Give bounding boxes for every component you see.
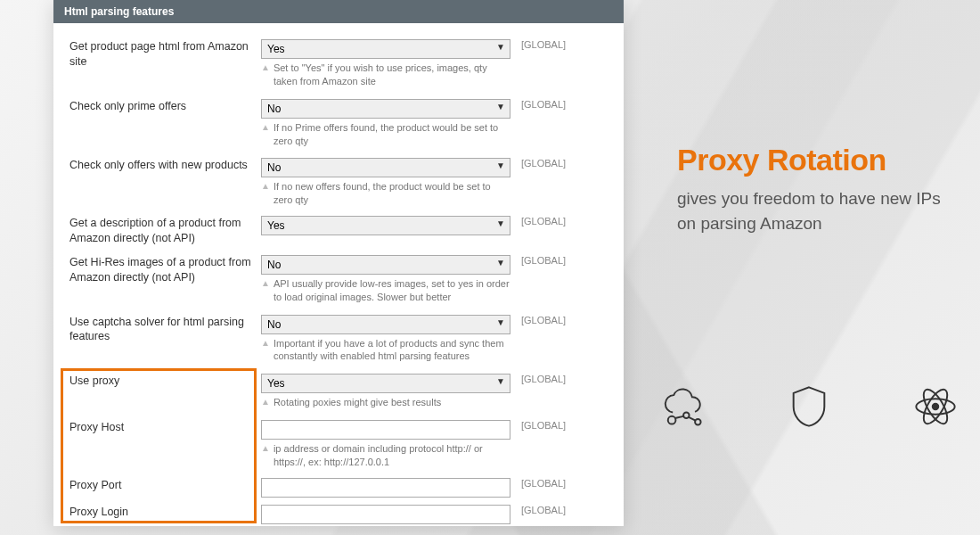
field-row: Proxy Port[GLOBAL] <box>69 474 608 501</box>
atom-icon <box>912 383 959 430</box>
select-wrap: No <box>261 99 510 119</box>
field-label: Use captcha solver for html parsing feat… <box>69 315 261 364</box>
field-hint: ▲Important if you have a lot of products… <box>261 337 510 364</box>
hint-text: Set to "Yes" if you wish to use prices, … <box>274 62 510 88</box>
field-select[interactable]: No <box>261 99 510 119</box>
hint-triangle-icon: ▲ <box>261 277 270 304</box>
scope-label: [GLOBAL] <box>510 505 582 524</box>
panel-body: Get product page html from Amazon siteYe… <box>53 23 624 528</box>
field-hint: ▲Rotating poxies might give best results <box>261 396 510 409</box>
field-select[interactable]: Yes <box>261 216 510 235</box>
promo-subtitle: gives you freedom to have new IPs on par… <box>677 186 962 235</box>
hint-text: Important if you have a lot of products … <box>274 337 510 364</box>
field-row: Get a description of a product from Amaz… <box>69 212 608 250</box>
field-row: Check only prime offersNo▲If no Prime of… <box>69 94 608 153</box>
field-row: Use captcha solver for html parsing feat… <box>69 309 608 369</box>
scope-label: [GLOBAL] <box>510 374 582 409</box>
hint-text: If no new offers found, the product woul… <box>274 180 510 207</box>
field-row: Check only offers with new productsNo▲If… <box>69 152 608 212</box>
settings-panel: Html parsing features Get product page h… <box>53 0 624 526</box>
svg-point-0 <box>668 416 676 424</box>
shield-icon <box>786 383 832 430</box>
hint-text: API usually provide low-res images, set … <box>274 277 510 304</box>
svg-point-1 <box>683 413 690 419</box>
panel-header: Html parsing features <box>53 0 624 23</box>
field-input[interactable] <box>261 505 510 524</box>
field-hint: ▲If no new offers found, the product wou… <box>261 180 510 207</box>
field-control: ▲ip address or domain including protocol… <box>261 420 510 469</box>
hint-triangle-icon: ▲ <box>261 121 270 148</box>
hint-text: If no Prime offers found, the product wo… <box>274 121 510 148</box>
field-row: Proxy Login[GLOBAL] <box>69 501 608 528</box>
scope-label: [GLOBAL] <box>510 420 582 469</box>
field-label: Check only offers with new products <box>69 158 261 207</box>
field-row: Proxy Host▲ip address or domain includin… <box>69 415 608 474</box>
field-label: Check only prime offers <box>69 99 261 148</box>
scope-label: [GLOBAL] <box>510 99 582 148</box>
field-control: No▲API usually provide low-res images, s… <box>261 255 510 304</box>
field-label: Use proxy <box>69 374 261 409</box>
field-row: Get product page html from Amazon siteYe… <box>69 34 608 94</box>
scope-label: [GLOBAL] <box>510 478 582 498</box>
field-label: Get product page html from Amazon site <box>69 39 261 88</box>
select-wrap: No <box>261 255 510 275</box>
field-control <box>261 505 510 524</box>
field-select[interactable]: No <box>261 158 510 177</box>
field-hint: ▲API usually provide low-res images, set… <box>261 277 510 304</box>
select-wrap: No <box>261 158 510 177</box>
promo-icons-row <box>659 383 959 430</box>
field-row: Use proxyYes▲Rotating poxies might give … <box>69 368 608 415</box>
field-hint: ▲ip address or domain including protocol… <box>261 442 510 469</box>
field-row: Get Hi-Res images of a product from Amaz… <box>69 250 608 309</box>
scope-label: [GLOBAL] <box>510 39 582 88</box>
cloud-network-icon <box>659 383 706 430</box>
field-control: Yes▲Set to "Yes" if you wish to use pric… <box>261 39 510 88</box>
select-wrap: No <box>261 315 510 334</box>
promo-block: Proxy Rotation gives you freedom to have… <box>677 143 962 235</box>
svg-point-2 <box>695 419 701 425</box>
field-select[interactable]: Yes <box>261 374 510 393</box>
field-input[interactable] <box>261 478 510 498</box>
field-input[interactable] <box>261 420 510 440</box>
hint-triangle-icon: ▲ <box>261 396 270 409</box>
field-select[interactable]: No <box>261 315 510 334</box>
promo-title: Proxy Rotation <box>677 143 962 177</box>
hint-triangle-icon: ▲ <box>261 442 270 469</box>
select-wrap: Yes <box>261 374 510 393</box>
svg-line-4 <box>689 417 696 421</box>
hint-triangle-icon: ▲ <box>261 337 270 364</box>
hint-text: Rotating poxies might give best results <box>274 396 441 409</box>
field-label: Get a description of a product from Amaz… <box>69 216 261 246</box>
select-wrap: Yes <box>261 39 510 59</box>
select-wrap: Yes <box>261 216 510 235</box>
scope-label: [GLOBAL] <box>510 216 582 246</box>
field-control <box>261 478 510 498</box>
scope-label: [GLOBAL] <box>510 158 582 207</box>
field-label: Proxy Login <box>69 505 261 524</box>
field-control: Yes▲Rotating poxies might give best resu… <box>261 374 510 409</box>
hint-text: ip address or domain including protocol … <box>274 442 510 469</box>
field-control: No▲Important if you have a lot of produc… <box>261 315 510 364</box>
field-label: Proxy Port <box>69 478 261 498</box>
field-label: Get Hi-Res images of a product from Amaz… <box>69 255 261 304</box>
field-control: No▲If no new offers found, the product w… <box>261 158 510 207</box>
scope-label: [GLOBAL] <box>510 255 582 304</box>
hint-triangle-icon: ▲ <box>261 180 270 207</box>
field-label: Proxy Host <box>69 420 261 469</box>
field-select[interactable]: No <box>261 255 510 275</box>
field-control: No▲If no Prime offers found, the product… <box>261 99 510 148</box>
field-control: Yes <box>261 216 510 246</box>
svg-point-5 <box>933 404 939 410</box>
scope-label: [GLOBAL] <box>510 315 582 364</box>
svg-line-3 <box>675 416 683 418</box>
field-select[interactable]: Yes <box>261 39 510 59</box>
field-hint: ▲Set to "Yes" if you wish to use prices,… <box>261 62 510 88</box>
field-hint: ▲If no Prime offers found, the product w… <box>261 121 510 148</box>
hint-triangle-icon: ▲ <box>261 62 270 88</box>
